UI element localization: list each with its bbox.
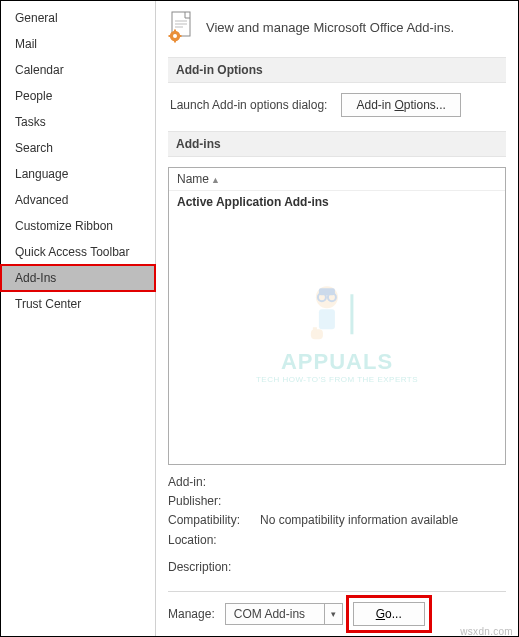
- panel-header: View and manage Microsoft Office Add-ins…: [168, 11, 506, 43]
- watermark-tagline: TECH HOW-TO'S FROM THE EXPERTS: [256, 375, 418, 384]
- svg-point-5: [173, 34, 177, 38]
- go-button[interactable]: Go...: [353, 602, 425, 626]
- column-name-label: Name: [177, 172, 209, 186]
- svg-rect-11: [319, 288, 335, 295]
- detail-compat-label: Compatibility:: [168, 511, 260, 530]
- launch-options-row: Launch Add-in options dialog: Add-in Opt…: [168, 93, 506, 117]
- sidebar-item-advanced[interactable]: Advanced: [1, 187, 155, 213]
- svg-rect-16: [313, 327, 317, 335]
- footer-watermark: wsxdn.com: [460, 626, 513, 637]
- manage-row: Manage: COM Add-ins ▾ Go...: [168, 602, 506, 626]
- sidebar-item-quick-access-toolbar[interactable]: Quick Access Toolbar: [1, 239, 155, 265]
- panel-title: View and manage Microsoft Office Add-ins…: [206, 20, 454, 35]
- addin-options-button[interactable]: Add-in Options...: [341, 93, 460, 117]
- btn-text-suffix: ptions...: [404, 98, 446, 112]
- sidebar: General Mail Calendar People Tasks Searc…: [1, 1, 156, 636]
- btn-text-prefix: Add-in: [356, 98, 394, 112]
- sort-ascending-icon: ▲: [211, 175, 220, 185]
- svg-point-12: [318, 293, 326, 301]
- svg-point-13: [328, 293, 336, 301]
- divider: [168, 591, 506, 592]
- go-accel: G: [376, 607, 385, 621]
- manage-label-accel: g: [198, 607, 205, 621]
- manage-label-suffix: e:: [205, 607, 215, 621]
- go-suffix: o...: [385, 607, 402, 621]
- sidebar-item-add-ins[interactable]: Add-Ins: [1, 265, 155, 291]
- manage-select[interactable]: COM Add-ins ▾: [225, 603, 343, 625]
- manage-label-prefix: Mana: [168, 607, 198, 621]
- main-panel: View and manage Microsoft Office Add-ins…: [156, 1, 518, 636]
- sidebar-item-general[interactable]: General: [1, 5, 155, 31]
- sidebar-item-search[interactable]: Search: [1, 135, 155, 161]
- detail-location-label: Location:: [168, 531, 260, 550]
- sidebar-item-customize-ribbon[interactable]: Customize Ribbon: [1, 213, 155, 239]
- sidebar-item-tasks[interactable]: Tasks: [1, 109, 155, 135]
- addin-details: Add-in: Publisher: Compatibility: No com…: [168, 473, 506, 577]
- sidebar-item-language[interactable]: Language: [1, 161, 155, 187]
- detail-publisher-label: Publisher:: [168, 492, 260, 511]
- options-dialog: General Mail Calendar People Tasks Searc…: [0, 0, 519, 637]
- detail-description-label: Description:: [168, 558, 260, 577]
- sidebar-item-trust-center[interactable]: Trust Center: [1, 291, 155, 317]
- section-addin-options-header: Add-in Options: [168, 57, 506, 83]
- svg-rect-15: [311, 329, 323, 339]
- sidebar-item-calendar[interactable]: Calendar: [1, 57, 155, 83]
- detail-compat-value: No compatibility information available: [260, 511, 458, 530]
- launch-options-label: Launch Add-in options dialog:: [170, 98, 327, 112]
- addins-list-column-header[interactable]: Name▲: [169, 168, 505, 191]
- manage-label: Manage:: [168, 607, 215, 621]
- addins-group-active: Active Application Add-ins: [169, 191, 505, 213]
- mascot-icon: [297, 279, 377, 349]
- addins-list[interactable]: Name▲ Active Application Add-ins APPUALS…: [168, 167, 506, 465]
- btn-accel: O: [394, 98, 403, 112]
- watermark: APPUALS TECH HOW-TO'S FROM THE EXPERTS: [256, 279, 418, 384]
- chevron-down-icon: ▾: [324, 604, 342, 624]
- section-addins-header: Add-ins: [168, 131, 506, 157]
- svg-point-10: [316, 286, 338, 308]
- svg-rect-14: [319, 309, 335, 329]
- sidebar-item-people[interactable]: People: [1, 83, 155, 109]
- sidebar-item-mail[interactable]: Mail: [1, 31, 155, 57]
- watermark-brand: APPUALS: [256, 349, 418, 375]
- addins-gear-document-icon: [168, 11, 196, 43]
- manage-select-value: COM Add-ins: [226, 604, 324, 624]
- detail-addin-label: Add-in:: [168, 473, 260, 492]
